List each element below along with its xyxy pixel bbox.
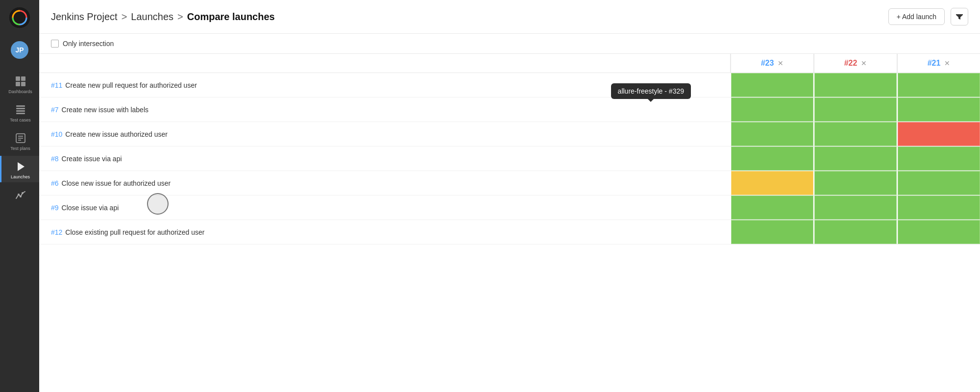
test-name-11: Create new pull request for authorized u… xyxy=(65,81,196,89)
test-name-12: Close existing pull request for authoriz… xyxy=(65,228,204,236)
test-name-8: Create issue via api xyxy=(62,155,122,163)
avatar[interactable]: JP xyxy=(11,41,28,59)
filter-icon xyxy=(956,13,963,21)
launch-header-23: #23 ✕ xyxy=(730,54,813,73)
row-left-3: #10 Create new issue authorized user xyxy=(39,122,730,146)
sidebar-item-dashboards[interactable]: Dashboards xyxy=(0,71,39,97)
sidebar-item-analytics[interactable] xyxy=(0,184,39,206)
row-right-4 xyxy=(730,147,980,171)
cell-12-21[interactable] xyxy=(897,220,980,244)
row-left-6: #9 Close issue via api xyxy=(39,196,730,220)
sidebar-item-label: Test cases xyxy=(10,118,31,122)
breadcrumb-project: Jenkins Project xyxy=(51,11,118,23)
sidebar: JP Dashboards xyxy=(0,0,39,392)
cell-6-23[interactable] xyxy=(730,171,813,195)
close-launch-21[interactable]: ✕ xyxy=(944,59,950,67)
table-row: #7 Create new issue with labels xyxy=(39,98,980,122)
header-launches: #23 ✕ #22 ✕ allure-freestyle - #329 #21 … xyxy=(730,54,980,73)
cell-9-21[interactable] xyxy=(897,196,980,220)
cell-7-23[interactable] xyxy=(730,98,813,122)
filter-button[interactable] xyxy=(951,8,968,25)
cell-11-21[interactable] xyxy=(897,73,980,97)
test-plans-icon xyxy=(15,132,26,144)
only-intersection-label[interactable]: Only intersection xyxy=(51,40,114,48)
header-actions: + Add launch xyxy=(888,8,968,25)
cell-12-22[interactable] xyxy=(813,220,897,244)
cell-9-22[interactable] xyxy=(813,196,897,220)
svg-marker-17 xyxy=(18,162,24,171)
table-row: #6 Close new issue for authorized user xyxy=(39,171,980,196)
sidebar-item-label: Test plans xyxy=(10,146,30,151)
row-right-6 xyxy=(730,196,980,220)
test-name-9: Close issue via api xyxy=(62,204,119,212)
svg-rect-10 xyxy=(16,108,25,109)
table-row: #8 Create issue via api xyxy=(39,147,980,171)
test-id-12[interactable]: #12 xyxy=(51,228,62,236)
table-header: #23 ✕ #22 ✕ allure-freestyle - #329 #21 … xyxy=(39,54,980,73)
close-launch-22[interactable]: ✕ xyxy=(861,59,867,67)
launch-id-23[interactable]: #23 xyxy=(761,59,774,68)
header-left-empty xyxy=(39,58,730,68)
test-id-11[interactable]: #11 xyxy=(51,81,62,89)
row-right-5 xyxy=(730,171,980,195)
table-body: #11 Create new pull request for authoriz… xyxy=(39,73,980,392)
only-intersection-text: Only intersection xyxy=(63,40,114,48)
compare-table: #23 ✕ #22 ✕ allure-freestyle - #329 #21 … xyxy=(39,54,980,392)
cell-10-23[interactable] xyxy=(730,122,813,146)
svg-rect-6 xyxy=(21,76,25,81)
cell-7-22[interactable] xyxy=(813,98,897,122)
cell-6-22[interactable] xyxy=(813,171,897,195)
sidebar-item-launches[interactable]: Launches xyxy=(0,156,39,182)
test-id-10[interactable]: #10 xyxy=(51,130,62,138)
cell-9-23[interactable] xyxy=(730,196,813,220)
test-id-7[interactable]: #7 xyxy=(51,106,59,114)
svg-rect-11 xyxy=(16,110,25,112)
only-intersection-checkbox[interactable] xyxy=(51,40,59,48)
row-left-2: #7 Create new issue with labels xyxy=(39,98,730,122)
sidebar-item-label: Launches xyxy=(11,174,30,179)
row-right-1 xyxy=(730,73,980,97)
cell-10-21[interactable] xyxy=(897,122,980,146)
page-header: Jenkins Project > Launches > Compare lau… xyxy=(39,0,980,34)
table-row: #10 Create new issue authorized user xyxy=(39,122,980,147)
dashboard-icon xyxy=(15,75,26,87)
cell-6-21[interactable] xyxy=(897,171,980,195)
sidebar-item-label: Dashboards xyxy=(8,89,32,94)
table-row: #11 Create new pull request for authoriz… xyxy=(39,73,980,98)
table-row: #9 Close issue via api xyxy=(39,196,980,220)
cell-12-23[interactable] xyxy=(730,220,813,244)
cell-7-21[interactable] xyxy=(897,98,980,122)
add-launch-button[interactable]: + Add launch xyxy=(888,8,945,25)
launches-icon xyxy=(15,161,26,172)
row-left-7: #12 Close existing pull request for auth… xyxy=(39,220,730,244)
row-left-1: #11 Create new pull request for authoriz… xyxy=(39,73,730,97)
svg-rect-8 xyxy=(21,82,25,86)
filter-bar: Only intersection xyxy=(39,34,980,54)
test-id-6[interactable]: #6 xyxy=(51,179,59,187)
breadcrumb-sep1: > xyxy=(122,11,127,23)
row-left-5: #6 Close new issue for authorized user xyxy=(39,171,730,195)
svg-rect-12 xyxy=(16,113,25,114)
row-right-2 xyxy=(730,98,980,122)
launch-header-21: #21 ✕ xyxy=(897,54,980,73)
launch-header-22: #22 ✕ allure-freestyle - #329 xyxy=(813,54,897,73)
close-launch-23[interactable]: ✕ xyxy=(778,59,784,67)
cell-11-23[interactable] xyxy=(730,73,813,97)
cell-8-22[interactable] xyxy=(813,147,897,171)
test-id-9[interactable]: #9 xyxy=(51,204,59,212)
svg-point-18 xyxy=(18,194,20,196)
test-id-8[interactable]: #8 xyxy=(51,155,59,163)
row-left-4: #8 Create issue via api xyxy=(39,147,730,171)
svg-point-20 xyxy=(22,192,24,194)
launch-id-21[interactable]: #21 xyxy=(928,59,941,68)
cell-10-22[interactable] xyxy=(813,122,897,146)
cell-8-23[interactable] xyxy=(730,147,813,171)
app-logo[interactable] xyxy=(8,6,31,29)
sidebar-nav: Dashboards Test cases xyxy=(0,71,39,206)
cell-11-22[interactable] xyxy=(813,73,897,97)
sidebar-item-test-cases[interactable]: Test cases xyxy=(0,99,39,125)
sidebar-item-test-plans[interactable]: Test plans xyxy=(0,127,39,154)
launch-id-22[interactable]: #22 xyxy=(844,59,858,68)
cell-8-21[interactable] xyxy=(897,147,980,171)
breadcrumb: Jenkins Project > Launches > Compare lau… xyxy=(51,11,275,23)
